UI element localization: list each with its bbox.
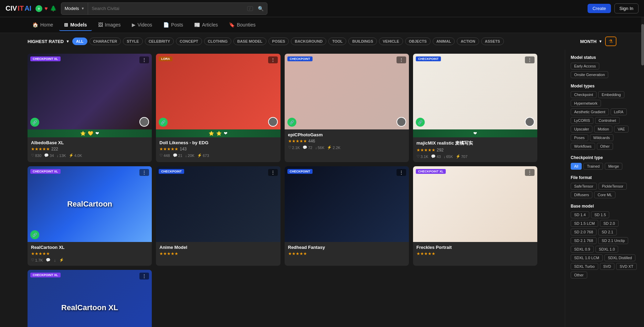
sidebar-tag-onsite-generation[interactable]: Onsite Generation	[571, 71, 608, 78]
tree-icon[interactable]: 🌲	[50, 5, 57, 12]
search-icon[interactable]: 🔍	[254, 6, 267, 11]
filter-tag-celebrity[interactable]: CELEBRITY	[145, 38, 174, 45]
filter-icon-button[interactable]: ⚗	[605, 36, 616, 46]
card-badge-0: CHECKPOINT XL	[30, 56, 61, 61]
sidebar-tag-early-access[interactable]: Early Access	[571, 63, 599, 70]
sidebar-tag-sd-2.1[interactable]: SD 2.1	[598, 229, 617, 235]
sidebar-tag-diffusers[interactable]: Diffusers	[571, 191, 592, 198]
sidebar-tag-sd-1.4[interactable]: SD 1.4	[571, 211, 589, 218]
sidebar-tag-core-ml[interactable]: Core ML	[594, 191, 615, 198]
sidebar-tag-lycoris[interactable]: LyCORIS	[571, 117, 593, 124]
sidebar-tag-sdxl-1.0[interactable]: SDXL 1.0	[595, 246, 619, 253]
sidebar-tag-sd-2.1-unclip[interactable]: SD 2.1 Unclip	[598, 237, 628, 244]
sidebar-tag-merge[interactable]: Merge	[605, 163, 622, 170]
filter-tag-style[interactable]: STYLE	[123, 38, 142, 45]
filter-tag-assets[interactable]: ASSETS	[481, 38, 504, 45]
nav-item-videos[interactable]: ▶Videos	[127, 19, 157, 31]
card-menu-8[interactable]: ⋮	[139, 273, 149, 279]
sidebar-tag-lora[interactable]: LoRA	[611, 108, 627, 115]
filter-tag-action[interactable]: ACTION	[457, 38, 479, 45]
sidebar-tag-all[interactable]: All	[571, 163, 582, 170]
sidebar-tag-sd-2.1-768[interactable]: SD 2.1 768	[571, 237, 597, 244]
sidebar-tag-controlnet[interactable]: Controlnet	[595, 117, 620, 124]
sidebar-tag-sdxl-0.9[interactable]: SDXL 0.9	[571, 246, 594, 253]
card-3[interactable]: CHECKPOINT ⋮ 🔗 ❤ majicMIX realistic 麦橘写实…	[413, 54, 537, 162]
sidebar-tag-other[interactable]: Other	[597, 143, 613, 150]
sidebar-tag-other[interactable]: Other	[571, 272, 587, 278]
add-icon[interactable]: +	[35, 5, 42, 12]
signin-button[interactable]: Sign In	[614, 3, 638, 13]
card-stat-1-0: ♡ 448	[159, 153, 170, 158]
sidebar-tag-vae[interactable]: VAE	[614, 126, 628, 133]
filter-tag-clothing[interactable]: CLOTHING	[204, 38, 231, 45]
sidebar-tag-poses[interactable]: Poses	[571, 134, 588, 141]
nav-item-home[interactable]: 🏠Home	[28, 19, 58, 31]
filter-tag-vehicle[interactable]: VEHICLE	[379, 38, 403, 45]
card-badge-1: LORA	[159, 56, 172, 61]
card-4[interactable]: RealCartoon CHECKPOINT XL ⋮ 🔗 RealCartoo…	[28, 166, 152, 266]
filter-tag-all[interactable]: ALL	[72, 38, 87, 45]
month-button[interactable]: MONTH ▼	[580, 39, 602, 44]
filter-tag-background[interactable]: BACKGROUND	[291, 38, 326, 45]
card-stat-3-3: ⚡ 707	[456, 154, 467, 159]
card-menu-5[interactable]: ⋮	[268, 169, 278, 176]
sidebar-tag-svd[interactable]: SVD	[600, 263, 615, 270]
card-menu-3[interactable]: ⋮	[525, 56, 535, 63]
filter-tag-character[interactable]: CHARACTER	[89, 38, 121, 45]
sidebar-tag-pickletensor[interactable]: PickleTensor	[599, 183, 627, 190]
sidebar-tag-motion[interactable]: Motion	[594, 126, 612, 133]
card-stat-2-1: 💬 72	[303, 145, 312, 150]
sidebar-tag-embedding[interactable]: Embedding	[598, 91, 624, 98]
sort-button[interactable]: HIGHEST RATED▼	[28, 39, 70, 44]
sidebar-tag-sdxl-1.0-lcm[interactable]: SDXL 1.0 LCM	[571, 254, 603, 261]
card-menu-2[interactable]: ⋮	[397, 56, 406, 63]
sidebar-tag-sd-2.0-768[interactable]: SD 2.0 768	[571, 229, 597, 235]
filter-tag-buildings[interactable]: BUILDINGS	[348, 38, 377, 45]
card-menu-7[interactable]: ⋮	[525, 169, 535, 176]
card-menu-1[interactable]: ⋮	[268, 56, 278, 63]
create-button[interactable]: Create	[588, 4, 611, 13]
sidebar-tag-sd-1.5[interactable]: SD 1.5	[591, 211, 610, 218]
sidebar-tag-workflows[interactable]: Workflows	[571, 143, 595, 150]
nav-item-bounties[interactable]: 🔖Bounties	[224, 19, 260, 31]
sidebar-tag-svd-xt[interactable]: SVD XT	[616, 263, 637, 270]
sidebar-tag-trained[interactable]: Trained	[583, 163, 603, 170]
filter-tag-objects[interactable]: OBJECTS	[405, 38, 431, 45]
card-8[interactable]: RealCartoon XL CHECKPOINT XL ⋮ RealCarto…	[28, 270, 152, 327]
sidebar-tag-checkpoint[interactable]: Checkpoint	[571, 91, 597, 98]
scrollbar-thumb[interactable]	[641, 24, 644, 65]
sidebar-tag-wildcards[interactable]: Wildcards	[590, 134, 613, 141]
card-image-8: RealCartoon XL CHECKPOINT XL ⋮	[28, 270, 152, 327]
logo[interactable]: CIVITAI	[6, 4, 31, 12]
card-1[interactable]: LORA ⋮ 🔗 ⭐⭐❤ Doll Likeness - by EDG ★★★★…	[156, 54, 280, 162]
filter-tag-poses[interactable]: POSES	[268, 38, 289, 45]
card-0[interactable]: CHECKPOINT XL ⋮ 🔗 ⭐💛❤ AlbedoBase XL ★★★★…	[28, 54, 152, 162]
sidebar-tag-sdxl-distilled[interactable]: SDXL Distilled	[604, 254, 635, 261]
card-menu-4[interactable]: ⋮	[139, 169, 149, 176]
card-2[interactable]: CHECKPOINT ⋮ 🔗 epiCPhotoGasm ★★★★★ 446 ♡…	[285, 54, 409, 162]
card-6[interactable]: CHECKPOINT ⋮ Redhead Fantasy ★★★★★	[285, 166, 409, 266]
card-menu-0[interactable]: ⋮	[139, 56, 149, 63]
heart-icon[interactable]: ♥	[44, 6, 48, 12]
filter-tag-animal[interactable]: ANIMAL	[433, 38, 455, 45]
nav-item-models[interactable]: ⊞Models	[59, 19, 92, 31]
nav-item-articles[interactable]: 📰Articles	[189, 19, 223, 31]
card-menu-6[interactable]: ⋮	[397, 169, 406, 176]
sidebar-tag-safetensor[interactable]: SafeTensor	[571, 183, 597, 190]
dropdown-arrow-icon: ▼	[81, 7, 85, 10]
sidebar-tag-sdxl-turbo[interactable]: SDXL Turbo	[571, 263, 598, 270]
card-5[interactable]: CHECKPOINT ⋮ Anime Model ★★★★★	[156, 166, 280, 266]
sidebar-tag-sd-2.0[interactable]: SD 2.0	[600, 220, 619, 227]
nav-item-images[interactable]: 🖼Images	[93, 19, 126, 31]
sidebar-tag-upscaler[interactable]: Upscaler	[571, 126, 592, 133]
filter-tag-base model[interactable]: BASE MODEL	[233, 38, 266, 45]
search-input[interactable]	[88, 6, 247, 11]
sidebar-tag-aesthetic-gradient[interactable]: Aesthetic Gradient	[571, 108, 609, 115]
filter-tag-tool[interactable]: TOOL	[328, 38, 346, 45]
card-7[interactable]: CHECKPOINT XL ⋮ Freckles Portrait ★★★★★	[413, 166, 537, 266]
nav-item-posts[interactable]: 📄Posts	[158, 19, 188, 31]
sidebar-tag-hypernetwork[interactable]: Hypernetwork	[571, 100, 601, 107]
filter-tag-concept[interactable]: CONCEPT	[176, 38, 202, 45]
models-dropdown[interactable]: Models ▼	[61, 3, 88, 14]
sidebar-tag-sd-1.5-lcm[interactable]: SD 1.5 LCM	[571, 220, 598, 227]
